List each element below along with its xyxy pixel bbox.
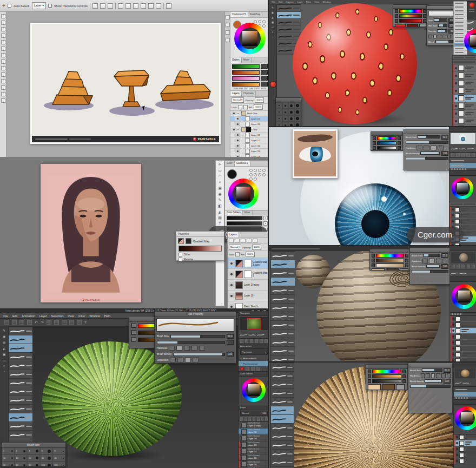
visibility-eye-icon[interactable] [455,105,457,107]
brush-tool-icon[interactable]: ◉ [272,11,274,14]
hardness-preset[interactable] [429,259,435,263]
brush-size-cell[interactable]: 3 [27,447,40,454]
reference-eye-photo[interactable] [292,129,338,179]
layer-row[interactable]: Rock One [230,111,269,116]
hardness-preset[interactable] [426,373,430,378]
layer-thumbnail[interactable] [241,442,247,447]
pen-tool-icon[interactable]: ✎ [3,328,5,332]
brush-size-cell[interactable]: 40 [52,454,65,462]
play-icon[interactable] [246,367,249,371]
tool-icon[interactable] [1,79,5,83]
visibility-eye-icon[interactable] [235,144,240,148]
portrait-canvas[interactable]: P PAINTABLE [41,164,141,302]
tool-icon[interactable] [1,40,5,44]
layer-thumbnail[interactable] [459,447,464,452]
visibility-eye-icon[interactable] [452,341,454,344]
layers-panel-tabs[interactable]: Layers Channels [230,91,269,97]
hardness-preset[interactable] [184,346,190,351]
tab-coolorus2[interactable]: Coolorus 2 [235,161,250,166]
distribute-right-icon[interactable] [156,3,161,9]
color-mode[interactable]: 8BITS [261,88,266,90]
layer-thumbnail[interactable] [241,111,246,116]
layer-thumbnail[interactable] [455,340,460,345]
layer-row[interactable]: Layer 16 [230,122,269,127]
hardness-preset[interactable] [169,346,175,351]
tool-strip[interactable] [0,12,6,157]
panel-icon-row[interactable] [450,264,476,269]
layer-row[interactable]: Gradient Map 1 [228,269,269,280]
gradient-strip-row[interactable] [393,14,428,18]
option-slider[interactable] [412,270,448,273]
layer-row[interactable] [449,213,476,219]
menu-item[interactable]: Edit [12,314,17,318]
hardness-preset[interactable] [436,259,442,263]
hardness-preset[interactable] [416,146,422,150]
auto-select-checkbox[interactable] [8,4,11,8]
layer-row[interactable]: 100% Normal Layer 29 [239,435,269,441]
stamp-tool-icon[interactable]: ◧ [218,204,222,208]
density-value[interactable]: 100 [441,151,448,156]
dark-slider[interactable]: ▸ [225,215,269,221]
brush-list-item[interactable] [271,441,294,450]
brush-list-item[interactable] [9,413,33,422]
layer-row[interactable] [450,328,476,334]
tab-channels[interactable]: Channels [242,91,256,96]
visibility-eye-icon[interactable] [235,139,240,142]
menu-item[interactable]: View [68,314,74,318]
secondary-color-swatch[interactable] [386,268,399,271]
reverse-checkbox[interactable] [178,258,182,261]
layer-row[interactable] [453,110,476,117]
tab-swatches[interactable]: Swatches [248,12,263,17]
layer-row[interactable] [453,117,476,125]
tab-coolorus[interactable]: Coolorus 2.5 [230,12,248,17]
dock-icon[interactable] [226,38,230,42]
brush-list-item[interactable] [271,450,294,458]
density-slider[interactable] [173,353,225,356]
visibility-eye-icon[interactable] [229,282,234,287]
orange-strip-row[interactable] [366,374,407,379]
visibility-eye-icon[interactable] [229,272,234,276]
color-wheel[interactable] [242,378,266,402]
layer-thumbnail[interactable] [455,334,460,339]
color-wheel-panel[interactable] [450,282,476,313]
color-wheel-panel[interactable] [449,176,476,202]
visibility-eye-icon[interactable] [456,442,458,444]
auto-align-icon[interactable] [166,3,171,9]
hue-strip-row[interactable] [366,369,407,374]
brush-list-item[interactable] [271,312,295,321]
brush-list-item[interactable] [271,355,295,361]
layer-thumbnail[interactable] [455,352,460,357]
tab-layers[interactable]: Layers [228,232,239,238]
action-item[interactable] [449,163,476,168]
brush-size-cell[interactable]: 50 [2,462,15,467]
lock-icon[interactable] [235,252,240,256]
swatch-row[interactable] [370,268,410,271]
layer-row[interactable] [450,358,476,361]
brush-list-item[interactable] [271,363,294,372]
color-wheel[interactable] [234,23,266,54]
color-panel-tabs[interactable]: Coolorus 2.5 Swatches [230,12,269,18]
foreground-color-swatch[interactable] [227,169,237,179]
marquee-tool-icon[interactable]: ▭ [218,168,222,173]
hardness-preset[interactable] [447,35,451,38]
visibility-eye-icon[interactable] [452,208,454,210]
hardness-preset[interactable] [431,373,435,378]
brush-list-item[interactable] [9,431,33,439]
brush-list-item[interactable] [9,344,33,353]
density-slider[interactable] [426,265,440,268]
gradient-tool-icon[interactable]: ▤ [218,216,222,220]
neutral-color-swatch[interactable] [419,24,426,27]
layer-thumbnail[interactable] [241,449,247,454]
layer-thumbnail[interactable] [458,95,464,101]
layer-row[interactable] [454,440,476,446]
visibility-eye-icon[interactable] [455,120,457,122]
wand-tool-icon[interactable]: ⌖ [219,180,221,184]
brush-list-item[interactable] [271,389,294,398]
hardness-preset[interactable] [441,373,446,378]
distribute-left-icon[interactable] [141,3,146,9]
density-value[interactable]: 100 [441,264,448,269]
layer-thumbnail[interactable] [455,322,460,327]
layer-thumbnail[interactable] [455,328,460,333]
transform-controls-checkbox[interactable] [48,4,52,8]
color-mode[interactable]: HSB [239,88,243,90]
